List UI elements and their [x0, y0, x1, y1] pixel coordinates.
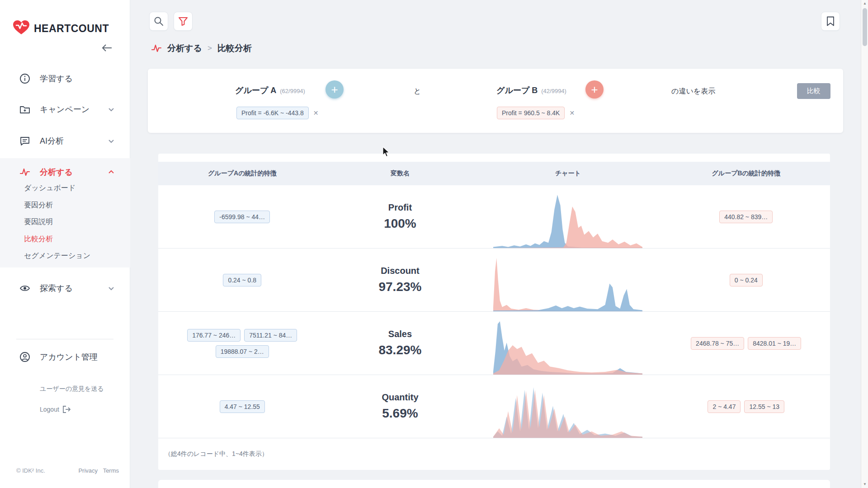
stat-chip[interactable]: 176.77 ~ 246… — [187, 329, 241, 342]
sidebar-item-label: 分析する — [40, 167, 73, 178]
eye-icon — [19, 282, 31, 294]
stat-chip[interactable]: 2 ~ 4.47 — [708, 400, 741, 413]
sidebar-subitem-segmentation[interactable]: セグメンテーション — [0, 248, 130, 264]
chart-cell — [474, 375, 662, 438]
main-content: 分析する > 比較分析 グループ A (62/9994) + Profit = … — [130, 0, 861, 488]
difference-percent: 97.23% — [378, 280, 421, 294]
group-a-stats-cell: 0.24 ~ 0.8 — [223, 249, 261, 311]
variable-name: Discount — [381, 266, 420, 276]
scroll-up-arrow[interactable]: ▲ — [861, 0, 868, 7]
bookmark-icon — [826, 16, 835, 26]
group-a-filter-chip[interactable]: Profit = -6.6K ~ -443.8 — [236, 107, 309, 119]
compare-button[interactable]: 比較 — [797, 83, 830, 99]
table-row: 176.77 ~ 246… 7511.21 ~ 84… 19888.07 ~ 2… — [158, 312, 830, 375]
chart-cell — [474, 185, 662, 248]
breadcrumb: 分析する > 比較分析 — [151, 42, 252, 54]
difference-percent: 83.29% — [378, 343, 421, 357]
chart-cell — [474, 249, 662, 311]
back-arrow-icon — [101, 43, 113, 52]
group-b-filter-row: Profit = 960.5 ~ 8.4K ✕ — [497, 107, 576, 119]
stat-chip[interactable]: -6599.98 ~ 44… — [214, 211, 270, 223]
stat-chip[interactable]: 440.82 ~ 839… — [719, 211, 773, 223]
chevron-up-icon — [108, 169, 115, 176]
close-icon[interactable]: ✕ — [312, 108, 320, 117]
feedback-link[interactable]: ユーザーの意見を送る — [40, 385, 104, 393]
group-a-stats-cell: 176.77 ~ 246… 7511.21 ~ 84… 19888.07 ~ 2… — [175, 312, 310, 375]
record-count-note: （総4件のレコード中、1~4件表示） — [158, 438, 830, 470]
variable-name: Profit — [388, 202, 412, 213]
privacy-link[interactable]: Privacy — [78, 467, 98, 474]
col-header-chart: チャート — [474, 169, 662, 178]
density-chart — [493, 192, 642, 248]
sidebar-collapse-button[interactable] — [100, 42, 114, 54]
sidebar-subitem-comparison[interactable]: 比較分析 — [0, 231, 130, 247]
heart-logo-icon — [13, 20, 30, 37]
group-b-stats-cell: 2 ~ 4.47 12.55 ~ 13 — [708, 375, 784, 438]
sidebar-subitem-factor-analysis[interactable]: 要因分析 — [0, 197, 130, 213]
next-card-edge — [158, 480, 830, 488]
copyright-text: © IDK² Inc. — [16, 467, 45, 474]
chevron-down-icon — [108, 285, 115, 292]
table-header-row: グループAの統計的特徴 変数名 チャート グループBの統計的特徴 — [158, 162, 830, 185]
filter-funnel-icon — [178, 16, 188, 26]
vertical-scrollbar[interactable]: ▲ ▼ — [861, 0, 868, 488]
col-header-group-b: グループBの統計的特徴 — [662, 169, 830, 178]
info-icon — [19, 73, 31, 84]
variable-name: Quantity — [382, 392, 418, 403]
stat-chip[interactable]: 19888.07 ~ 2… — [216, 345, 269, 358]
comparison-table: グループAの統計的特徴 変数名 チャート グループBの統計的特徴 -6599.9… — [158, 154, 830, 470]
group-b-filter-chip[interactable]: Profit = 960.5 ~ 8.4K — [497, 107, 565, 119]
sidebar-item-campaign[interactable]: キャンペーン — [0, 99, 130, 120]
variable-cell: Discount 97.23% — [326, 249, 474, 311]
variable-cell: Sales 83.29% — [326, 312, 474, 375]
sidebar-item-ai-analysis[interactable]: AI分析 — [0, 130, 130, 152]
variable-cell: Profit 100% — [326, 185, 474, 248]
logout-link[interactable]: Logout — [40, 406, 71, 413]
sidebar-item-explore[interactable]: 探索する — [0, 277, 130, 299]
breadcrumb-section[interactable]: 分析する — [167, 42, 202, 54]
difference-percent: 5.69% — [382, 406, 418, 421]
stat-chip[interactable]: 8428.01 ~ 19… — [748, 337, 801, 350]
close-icon[interactable]: ✕ — [568, 108, 576, 117]
stat-chip[interactable]: 0.24 ~ 0.8 — [223, 274, 261, 286]
group-a-label: グループ A (62/9994) — [235, 85, 305, 96]
filter-button[interactable] — [174, 12, 193, 31]
col-header-variable: 変数名 — [326, 169, 474, 178]
search-button[interactable] — [149, 12, 168, 31]
table-row: 4.47 ~ 12.55 Quantity 5.69% 2 ~ 4.47 12.… — [158, 375, 830, 438]
sidebar: HEARTCOUNT 学習する キャンペーン AI分析 — [0, 0, 130, 488]
terms-link[interactable]: Terms — [103, 467, 119, 474]
group-a-filter-row: Profit = -6.6K ~ -443.8 ✕ — [236, 107, 319, 119]
sidebar-item-learn[interactable]: 学習する — [0, 68, 130, 89]
chart-cell — [474, 312, 662, 375]
stat-chip[interactable]: 7511.21 ~ 84… — [244, 329, 297, 342]
add-group-b-filter-button[interactable]: + — [585, 80, 604, 99]
group-b-label: グループ B (42/9994) — [496, 85, 566, 96]
group-a-stats-cell: 4.47 ~ 12.55 — [220, 375, 265, 438]
suffix-text: の違いを表示 — [671, 87, 715, 96]
stat-chip[interactable]: 2468.78 ~ 75… — [691, 337, 744, 350]
sidebar-subitem-factor-explain[interactable]: 要因説明 — [0, 214, 130, 230]
stat-chip[interactable]: 12.55 ~ 13 — [744, 400, 784, 413]
group-b-stats-cell: 0 ~ 0.24 — [730, 249, 763, 311]
density-chart — [493, 255, 642, 311]
activity-chart-icon — [19, 166, 31, 178]
sidebar-item-account[interactable]: アカウント管理 — [0, 346, 130, 368]
stat-chip[interactable]: 4.47 ~ 12.55 — [220, 400, 265, 413]
bookmark-button[interactable] — [821, 12, 840, 31]
difference-percent: 100% — [384, 216, 416, 231]
chevron-down-icon — [108, 137, 115, 145]
sidebar-subitem-dashboard[interactable]: ダッシュボード — [0, 180, 130, 196]
table-row: -6599.98 ~ 44… Profit 100% 440.82 ~ 839… — [158, 185, 830, 249]
chevron-down-icon — [108, 106, 115, 113]
group-b-stats-cell: 2468.78 ~ 75… 8428.01 ~ 19… — [691, 312, 801, 375]
add-group-a-filter-button[interactable]: + — [326, 80, 344, 99]
density-chart — [493, 319, 642, 375]
sidebar-item-label: 探索する — [40, 283, 73, 294]
breadcrumb-page: 比較分析 — [217, 42, 252, 54]
app-logo: HEARTCOUNT — [13, 20, 109, 37]
activity-chart-icon — [151, 43, 162, 54]
stat-chip[interactable]: 0 ~ 0.24 — [730, 274, 763, 286]
scroll-down-arrow[interactable]: ▼ — [861, 481, 868, 488]
scrollbar-thumb[interactable] — [863, 8, 867, 46]
